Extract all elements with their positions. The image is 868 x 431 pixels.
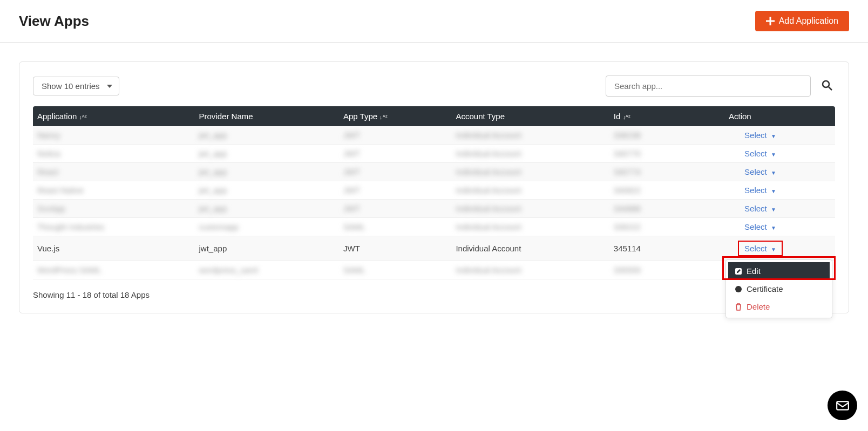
cell-apptype: JWT [339, 181, 451, 200]
cell-action: Select ▼ [686, 181, 835, 200]
main-panel: Show 10 entries Application↓ᴬᶻ Provider … [19, 61, 849, 313]
plus-icon [766, 17, 775, 25]
action-select-button[interactable]: Select ▼ [744, 131, 776, 140]
table-row: React Nativejwt_appJWTIndividual Account… [33, 181, 835, 200]
table-row: WordPress SAMLwordpress_samlSAMLIndividu… [33, 261, 835, 279]
search-button[interactable] [819, 77, 835, 95]
col-id[interactable]: Id↓ᴬᶻ [609, 106, 686, 126]
cell-action: Select ▼ [686, 236, 835, 261]
col-action: Action [686, 106, 835, 126]
cell-provider: jwt_app [195, 200, 339, 218]
col-provider[interactable]: Provider Name [195, 106, 339, 126]
caret-down-icon: ▼ [771, 225, 776, 231]
cell-apptype: JWT [339, 200, 451, 218]
caret-down-icon: ▼ [771, 247, 776, 252]
cell-application: Nancy [33, 126, 195, 145]
cell-provider: jwt_app [195, 145, 339, 163]
table-row: SvvAppjwt_appJWTIndividual Account344888… [33, 200, 835, 218]
cell-application: React Native [33, 181, 195, 200]
caret-down-icon: ▼ [771, 207, 776, 213]
cell-accounttype: Individual Account [451, 145, 609, 163]
cell-accounttype: Individual Account [451, 218, 609, 236]
table-controls: Show 10 entries [33, 76, 835, 97]
sort-icon: ↓ᴬᶻ [379, 114, 388, 121]
apps-table: Application↓ᴬᶻ Provider Name App Type↓ᴬᶻ… [33, 106, 835, 279]
cell-accounttype: Individual Account [451, 261, 609, 279]
sort-icon: ↓ᴬᶻ [79, 114, 87, 121]
cell-action: Select ▼ [686, 218, 835, 236]
action-select-button[interactable]: Select ▼ [744, 222, 776, 231]
cell-accounttype: Individual Account [451, 181, 609, 200]
cell-apptype: SAML [339, 218, 451, 236]
cell-action: Select ▼ [686, 163, 835, 181]
search-icon [822, 80, 832, 91]
entries-select[interactable]: Show 10 entries [33, 77, 119, 95]
cell-apptype: JWT [339, 145, 451, 163]
cell-action: Select ▼ [686, 200, 835, 218]
cell-application: React [33, 163, 195, 181]
table-status: Showing 11 - 18 of total 18 Apps [33, 290, 835, 299]
action-select-button[interactable]: Select ▼ [744, 149, 776, 158]
caret-down-icon: ▼ [771, 133, 776, 139]
sort-icon: ↓ᴬᶻ [622, 114, 630, 121]
svg-point-0 [823, 81, 829, 87]
table-row: Nancyjwt_appJWTIndividual Account338238S… [33, 126, 835, 145]
cell-apptype: JWT [339, 163, 451, 181]
cell-provider: wordpress_saml [195, 261, 339, 279]
cell-application: SvvApp [33, 200, 195, 218]
dropdown-item-delete[interactable]: Delete [728, 298, 830, 316]
add-application-label: Add Application [779, 16, 838, 26]
action-select-button[interactable]: Select ▼ [738, 241, 783, 256]
cell-id: 340770 [609, 145, 686, 163]
col-accounttype[interactable]: Account Type [451, 106, 609, 126]
cell-provider: jwt_app [195, 236, 339, 261]
cell-accounttype: Individual Account [451, 236, 609, 261]
cell-id: 339222 [609, 218, 686, 236]
cell-provider: customapp [195, 218, 339, 236]
cell-provider: jwt_app [195, 126, 339, 145]
caret-down-icon: ▼ [771, 170, 776, 176]
trash-icon [735, 303, 742, 311]
cell-accounttype: Individual Account [451, 126, 609, 145]
cell-provider: jwt_app [195, 181, 339, 200]
cell-id: 335559 [609, 261, 686, 279]
add-application-button[interactable]: Add Application [755, 11, 849, 31]
cell-apptype: JWT [339, 236, 451, 261]
action-select-button[interactable]: Select ▼ [744, 204, 776, 213]
dropdown-item-edit[interactable]: Edit [728, 262, 830, 280]
action-dropdown-menu: Edit Certificate Delete [725, 259, 832, 318]
col-application[interactable]: Application↓ᴬᶻ [33, 106, 195, 126]
dropdown-item-certificate[interactable]: Certificate [728, 280, 830, 298]
table-row: Thought IndustriescustomappSAMLIndividua… [33, 218, 835, 236]
cell-id: 345114 [609, 236, 686, 261]
action-select-button[interactable]: Select ▼ [744, 167, 776, 176]
cell-id: 340774 [609, 163, 686, 181]
caret-down-icon: ▼ [771, 188, 776, 194]
search-input[interactable] [606, 76, 811, 97]
cell-action: Select ▼ [686, 145, 835, 163]
cell-accounttype: Individual Account [451, 163, 609, 181]
caret-down-icon: ▼ [771, 152, 776, 158]
edit-icon [735, 268, 742, 275]
cell-provider: jwt_app [195, 163, 339, 181]
cell-application: WordPress SAML [33, 261, 195, 279]
cell-apptype: SAML [339, 261, 451, 279]
table-row: Reactjwt_appJWTIndividual Account340774S… [33, 163, 835, 181]
page-header: View Apps Add Application [0, 0, 868, 43]
cell-id: 344888 [609, 200, 686, 218]
cell-action: Select ▼ [686, 126, 835, 145]
page-title: View Apps [19, 13, 89, 30]
action-select-button[interactable]: Select ▼ [744, 186, 776, 195]
cell-application: Notica [33, 145, 195, 163]
table-row: Vue.jsjwt_appJWTIndividual Account345114… [33, 236, 835, 261]
col-apptype[interactable]: App Type↓ᴬᶻ [339, 106, 451, 126]
table-row: Noticajwt_appJWTIndividual Account340770… [33, 145, 835, 163]
search-group [606, 76, 835, 97]
cell-apptype: JWT [339, 126, 451, 145]
cell-id: 338238 [609, 126, 686, 145]
cell-accounttype: Individual Account [451, 200, 609, 218]
svg-line-1 [829, 87, 832, 90]
cell-id: 340822 [609, 181, 686, 200]
certificate-icon [735, 285, 742, 293]
cell-application: Thought Industries [33, 218, 195, 236]
